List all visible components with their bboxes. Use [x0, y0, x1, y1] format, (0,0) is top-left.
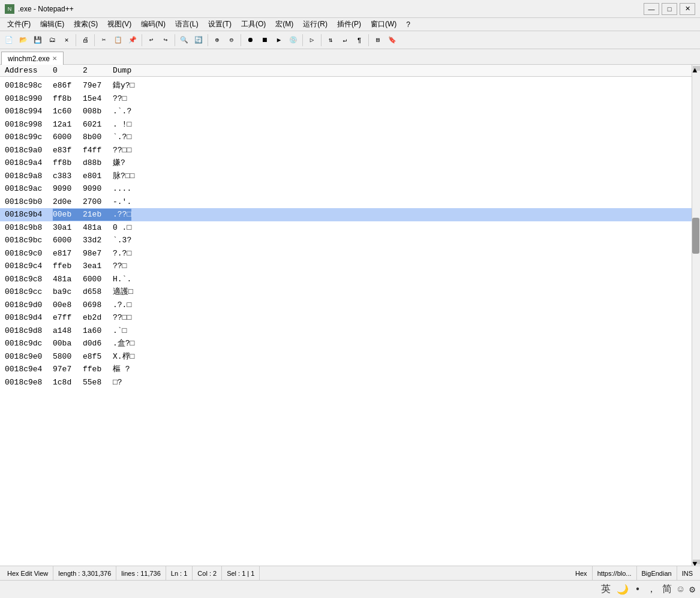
hex-row[interactable]: 0018c9e05800e8f5X.桴□: [0, 350, 692, 363]
close-doc-button[interactable]: ✕: [60, 34, 73, 47]
print-button[interactable]: 🖨: [79, 34, 92, 47]
hex-col2: 3ea1: [83, 260, 113, 272]
hex-row[interactable]: 0018c9a8c383e801脉?□□: [0, 170, 692, 183]
hex-row[interactable]: 0018c9ccba9cd658適護□: [0, 286, 692, 299]
hex-row[interactable]: 0018c9b830a1481a0 .□: [0, 221, 692, 235]
menu-item-[interactable]: ?: [401, 19, 415, 30]
hex-content[interactable]: 0018c98ce86f79e7鑄y?□0018c990ff8b15e4 ??□…: [0, 77, 692, 566]
scroll-track[interactable]: [692, 71, 700, 560]
macro-save-button[interactable]: 💿: [287, 34, 300, 47]
indent-guide-button[interactable]: ⊞: [371, 34, 384, 47]
all-chars-button[interactable]: ¶: [353, 34, 366, 47]
menu-item-e[interactable]: 编辑(E): [35, 18, 69, 31]
hex-addr: 0018c9e8: [5, 377, 53, 389]
hex-row[interactable]: 0018c9c4ffeb3ea1 ??□: [0, 260, 692, 273]
run-button[interactable]: ▷: [305, 34, 319, 47]
menu-item-m[interactable]: 宏(M): [271, 18, 298, 31]
synced-scroll-button[interactable]: ⇅: [324, 34, 337, 47]
tab-close-icon[interactable]: ✕: [52, 55, 57, 62]
minimize-button[interactable]: —: [644, 3, 659, 15]
hex-row[interactable]: 0018c98ce86f79e7鑄y?□: [0, 79, 692, 92]
scrollbar[interactable]: ▲ ▼: [692, 65, 700, 566]
hex-addr: 0018c9c8: [5, 274, 53, 286]
app-icon-letter: N: [8, 6, 12, 12]
hex-row[interactable]: 0018c9e81c8d55e8 □?: [0, 376, 692, 389]
copy-button[interactable]: 📋: [112, 34, 125, 47]
open-button[interactable]: 📂: [17, 34, 30, 47]
menu-item-n[interactable]: 编码(N): [136, 18, 170, 31]
bottombar: 英🌙•，简☺⚙: [0, 580, 700, 598]
menu-item-s[interactable]: 搜索(S): [69, 18, 103, 31]
status-length: length : 3,301,376: [53, 566, 116, 580]
hex-row[interactable]: 0018c9941c60008b.`.?: [0, 105, 692, 118]
hex-row[interactable]: 0018c9b02d0e2700-.'.: [0, 196, 692, 209]
hex-col0: ffeb: [53, 260, 83, 272]
hex-row[interactable]: 0018c990ff8b15e4 ??□: [0, 92, 692, 106]
redo-button[interactable]: ↪: [159, 34, 172, 47]
menu-item-r[interactable]: 运行(R): [298, 18, 332, 31]
hex-addr: 0018c9ac: [5, 183, 53, 195]
macro-play-button[interactable]: ▶: [272, 34, 286, 47]
new-button[interactable]: 📄: [2, 34, 16, 47]
hex-row[interactable]: 0018c9d8a1481a60 .`□: [0, 324, 692, 338]
hex-row[interactable]: 0018c9d4e7ffeb2d??□□: [0, 311, 692, 324]
macro-stop-button[interactable]: ⏹: [258, 34, 271, 47]
hex-col2: 79e7: [83, 80, 113, 92]
hex-row[interactable]: 0018c9d000e80698.?.□: [0, 299, 692, 312]
menu-item-v[interactable]: 视图(V): [103, 18, 136, 31]
hex-row[interactable]: 0018c9dc00bad0d6.盒?□: [0, 337, 692, 350]
hex-row[interactable]: 0018c9bc600033d2`.3?: [0, 234, 692, 247]
menu-item-p[interactable]: 插件(P): [332, 18, 366, 31]
bottom-icon[interactable]: ☺: [678, 584, 684, 595]
scroll-up-arrow[interactable]: ▲: [693, 66, 700, 71]
undo-button[interactable]: ↩: [145, 34, 158, 47]
bottom-icon[interactable]: ⚙: [689, 584, 695, 596]
word-wrap-button[interactable]: ↵: [338, 34, 351, 47]
cut-button[interactable]: ✂: [97, 34, 110, 47]
tab-winchm2[interactable]: winchm2.exe ✕: [1, 52, 64, 65]
hex-row[interactable]: 0018c9b400eb21eb.??□: [0, 208, 692, 221]
hex-row[interactable]: 0018c9c0e81798e7?.?□: [0, 247, 692, 260]
scroll-thumb[interactable]: [692, 218, 699, 254]
hex-col2: f4ff: [83, 145, 113, 157]
hex-col2: 33d2: [83, 235, 113, 247]
find-button[interactable]: 🔍: [178, 34, 191, 47]
hex-row[interactable]: 0018c9a0e83ff4ff??□□: [0, 144, 692, 157]
zoom-in-button[interactable]: ⊕: [211, 34, 224, 47]
menu-item-f[interactable]: 文件(F): [2, 18, 35, 31]
monobookmark-button[interactable]: 🔖: [386, 34, 399, 47]
menu-item-o[interactable]: 工具(O): [236, 18, 271, 31]
save-button[interactable]: 💾: [31, 34, 44, 47]
hex-row[interactable]: 0018c9c8481a6000H.`.: [0, 273, 692, 286]
close-button[interactable]: ✕: [680, 3, 695, 15]
hex-row[interactable]: 0018c9e497e7ffeb樞 ?: [0, 363, 692, 376]
hex-row[interactable]: 0018c9ac90909090....: [0, 182, 692, 196]
bottom-icon[interactable]: ，: [647, 583, 656, 596]
paste-button[interactable]: 📌: [126, 34, 139, 47]
save-all-button[interactable]: 🗂: [46, 34, 59, 47]
toolbar-sep-2: [94, 34, 95, 46]
menu-item-t[interactable]: 设置(T): [203, 18, 236, 31]
hex-dump: 脉?□□: [113, 170, 134, 182]
hex-row[interactable]: 0018c99c60008b00`.?□: [0, 131, 692, 144]
hex-col2: 2700: [83, 196, 113, 208]
hex-col0: 97e7: [53, 363, 83, 375]
hex-row[interactable]: 0018c99812a16021. !□: [0, 118, 692, 131]
hex-dump: .`.?: [113, 106, 131, 118]
macro-record-button[interactable]: ⏺: [244, 34, 257, 47]
hex-row[interactable]: 0018c9a4ff8bd88b 嫌?: [0, 157, 692, 170]
hex-col2: 55e8: [83, 377, 113, 389]
menu-item-l[interactable]: 语言(L): [170, 18, 203, 31]
replace-button[interactable]: 🔄: [192, 34, 205, 47]
hex-col0: 00ba: [53, 338, 83, 350]
zoom-out-button[interactable]: ⊖: [225, 34, 238, 47]
maximize-button[interactable]: □: [662, 3, 677, 15]
scroll-down-arrow[interactable]: ▼: [693, 560, 700, 564]
bottom-icon[interactable]: 🌙: [617, 584, 629, 596]
menu-item-w[interactable]: 窗口(W): [366, 18, 401, 31]
bottom-icon[interactable]: 简: [662, 583, 672, 596]
hex-col2: 008b: [83, 106, 113, 118]
bottom-icon[interactable]: •: [635, 584, 641, 595]
hex-col2: ffeb: [83, 363, 113, 375]
bottom-icon[interactable]: 英: [601, 583, 611, 596]
